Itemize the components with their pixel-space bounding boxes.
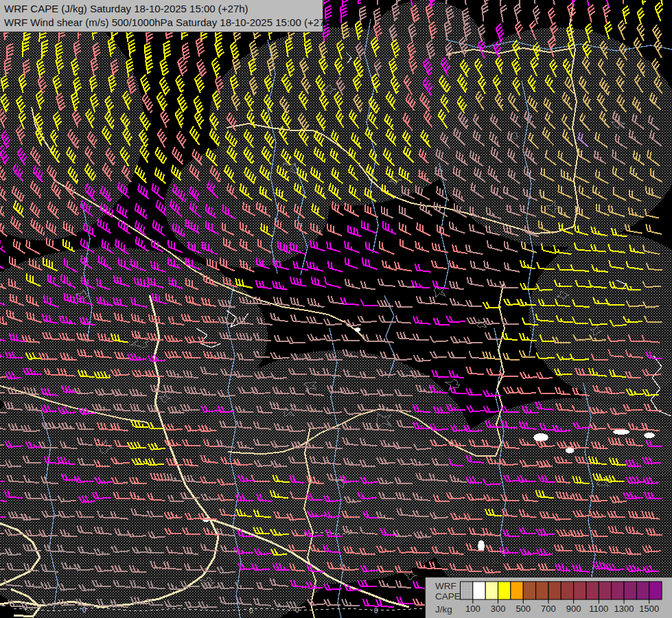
legend-box: WRF CAPE J/kg 10030050070090011001300150… (425, 577, 672, 618)
map-canvas: 0000 (0, 0, 672, 618)
svg-text:1500: 1500 (639, 604, 659, 614)
cape-colorbar: 100300500700900110013001500 (457, 577, 671, 618)
svg-text:0: 0 (82, 606, 86, 614)
svg-text:900: 900 (566, 604, 581, 614)
svg-text:0: 0 (374, 607, 378, 615)
svg-text:0: 0 (249, 607, 253, 615)
svg-text:300: 300 (491, 604, 506, 614)
svg-text:1300: 1300 (614, 604, 634, 614)
colorbar-cells (461, 582, 662, 599)
wrf-cape-windshear-map: 0000 WRF CAPE (J/kg) Saturday 18-10-2025… (0, 0, 672, 618)
svg-text:1100: 1100 (589, 604, 608, 614)
title-cape-line: WRF CAPE (J/kg) Saturday 18-10-2025 15:0… (4, 2, 323, 16)
title-box: WRF CAPE (J/kg) Saturday 18-10-2025 15:0… (0, 0, 323, 32)
svg-text:500: 500 (515, 604, 531, 614)
title-windshear-line: WRF Wind shear (m/s) 500/1000hPa Saturda… (4, 16, 323, 30)
svg-text:100: 100 (465, 604, 480, 614)
svg-text:700: 700 (541, 604, 556, 614)
colorbar-tick-labels: 100300500700900110013001500 (465, 604, 659, 614)
